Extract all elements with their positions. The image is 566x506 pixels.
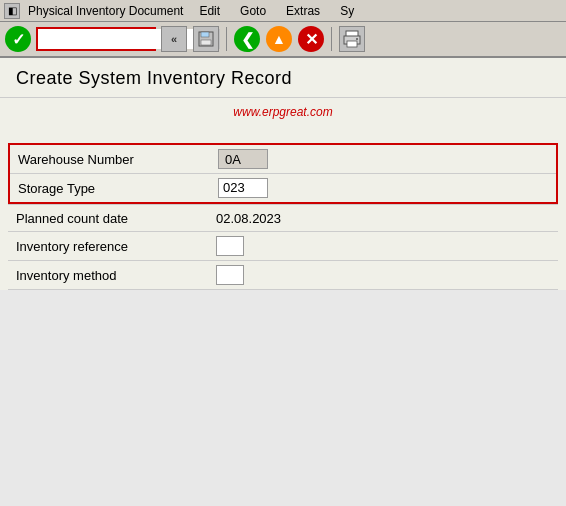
cancel-button[interactable]: ✕	[297, 25, 325, 53]
inventory-method-field[interactable]	[216, 265, 244, 285]
inventory-method-label: Inventory method	[16, 268, 216, 283]
first-button[interactable]: «	[160, 25, 188, 53]
inventory-ref-field[interactable]	[216, 236, 244, 256]
storage-type-label: Storage Type	[18, 181, 218, 196]
menu-goto[interactable]: Goto	[236, 3, 270, 19]
title-bar: ◧ Physical Inventory Document Edit Goto …	[0, 0, 566, 22]
warehouse-field[interactable]: 0A	[218, 149, 268, 169]
transaction-field[interactable]: ▼	[36, 27, 156, 51]
svg-point-6	[356, 38, 358, 40]
storage-type-value: 023	[223, 180, 245, 195]
planned-count-label: Planned count date	[16, 211, 216, 226]
separator-2	[331, 27, 332, 51]
svg-rect-2	[201, 40, 211, 45]
inventory-ref-row: Inventory reference	[8, 232, 558, 261]
warehouse-value: 0A	[225, 152, 241, 167]
menu-extras[interactable]: Extras	[282, 3, 324, 19]
menu-bar: Edit Goto Extras Sy	[195, 3, 358, 19]
cancel-icon: ✕	[298, 26, 324, 52]
storage-type-row: Storage Type 023	[10, 174, 556, 202]
up-button[interactable]: ▲	[265, 25, 293, 53]
page-title-section: Create System Inventory Record	[0, 58, 566, 98]
warehouse-row: Warehouse Number 0A	[10, 145, 556, 174]
toolbar: ✓ ▼ « ❮ ▲ ✕	[0, 22, 566, 58]
menu-system[interactable]: Sy	[336, 3, 358, 19]
check-icon: ✓	[5, 26, 31, 52]
watermark-text: www.erpgreat.com	[233, 105, 332, 119]
page-title: Create System Inventory Record	[16, 68, 550, 89]
save-button[interactable]	[192, 25, 220, 53]
storage-type-field[interactable]: 023	[218, 178, 268, 198]
main-content: Create System Inventory Record www.erpgr…	[0, 58, 566, 290]
svg-rect-1	[201, 32, 209, 37]
print-button[interactable]	[338, 25, 366, 53]
inventory-ref-label: Inventory reference	[16, 239, 216, 254]
planned-count-value: 02.08.2023	[216, 211, 281, 226]
back-icon: ❮	[234, 26, 260, 52]
back-button[interactable]: ❮	[233, 25, 261, 53]
inventory-method-row: Inventory method	[8, 261, 558, 290]
warehouse-label: Warehouse Number	[18, 152, 218, 167]
menu-edit[interactable]: Edit	[195, 3, 224, 19]
save-icon	[193, 26, 219, 52]
separator-1	[226, 27, 227, 51]
watermark-area: www.erpgreat.com	[0, 98, 566, 125]
spacer	[0, 125, 566, 135]
app-title: Physical Inventory Document	[28, 4, 183, 18]
up-icon: ▲	[266, 26, 292, 52]
confirm-button[interactable]: ✓	[4, 25, 32, 53]
planned-count-row: Planned count date 02.08.2023	[8, 204, 558, 232]
svg-rect-5	[347, 41, 357, 47]
warehouse-section: Warehouse Number 0A Storage Type 023	[8, 143, 558, 204]
app-icon: ◧	[4, 3, 20, 19]
print-icon	[339, 26, 365, 52]
double-left-icon: «	[161, 26, 187, 52]
